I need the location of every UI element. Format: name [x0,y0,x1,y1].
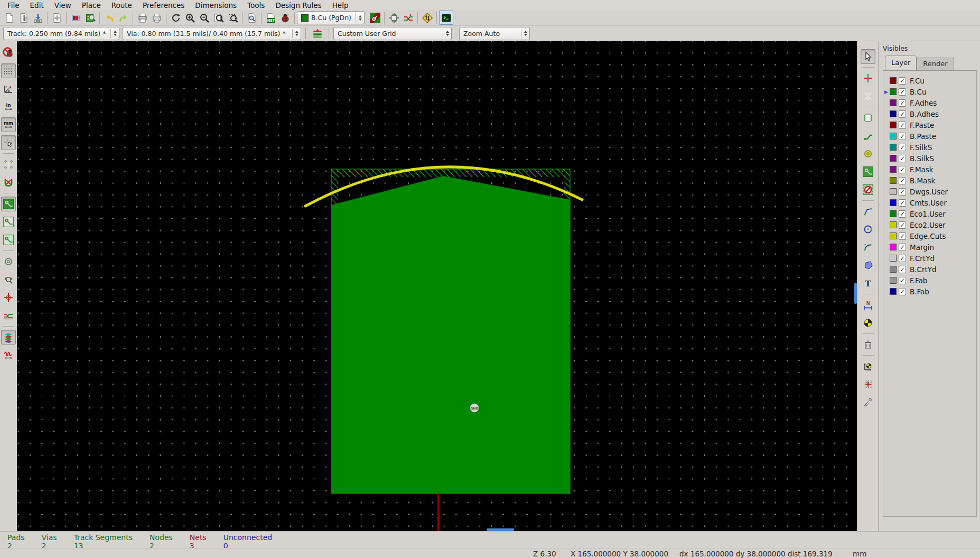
show-vias-sketch-button[interactable] [1,290,16,305]
zone-wireframe-mode-button[interactable] [1,215,16,229]
pcb-canvas[interactable]: GND [17,41,857,531]
layer-row-margin[interactable]: ✓Margin [883,241,976,253]
layer-row-bcu[interactable]: ▶✓B.Cu [883,86,976,97]
layer-visibility-checkbox[interactable]: ✓ [899,77,906,85]
layer-visibility-checkbox[interactable]: ✓ [899,110,906,118]
show-pads-sketch-button[interactable] [1,254,16,269]
layer-row-fcrtyd[interactable]: ✓F.CrtYd [883,253,976,264]
units-inch-button[interactable]: in [1,99,16,114]
layer-visibility-checkbox[interactable]: ✓ [899,199,906,207]
layer-visibility-checkbox[interactable]: ✓ [899,88,906,96]
layer-row-fadhes[interactable]: ✓F.Adhes [883,97,976,108]
layer-row-bpaste[interactable]: ✓B.Paste [883,131,976,142]
layer-row-cmts[interactable]: ✓Cmts.User [883,197,976,208]
add-track-button[interactable] [861,128,875,143]
menu-tools[interactable]: Tools [242,1,270,10]
add-polygon-button[interactable] [861,258,875,273]
layer-row-bsilks[interactable]: ✓B.SilkS [883,153,976,164]
freeroute-button[interactable] [420,11,434,25]
mode-footprint-button[interactable] [387,11,401,25]
auto-delete-track-button[interactable] [1,175,16,190]
polar-coords-button[interactable]: rφ [1,81,16,96]
menu-file[interactable]: File [2,1,25,10]
python-console-button[interactable] [439,11,453,25]
via-size-selector[interactable]: Via: 0.80 mm (31.5 mils)/ 0.40 mm (15.7 … [123,27,301,40]
layer-row-dwgs[interactable]: ✓Dwgs.User [883,186,976,197]
drc-off-button[interactable] [1,45,16,60]
layer-visibility-checkbox[interactable]: ✓ [899,155,906,162]
menu-dimensions[interactable]: Dimensions [190,1,242,10]
delete-items-button[interactable] [861,337,875,352]
save-board-button[interactable] [31,11,45,25]
high-contrast-mode-button[interactable] [1,272,16,287]
drc-button[interactable] [278,11,292,25]
add-via-button[interactable] [861,146,875,161]
layer-visibility-checkbox[interactable]: ✓ [899,232,906,240]
layer-row-badh es[interactable]: ✓B.Adhes [883,108,976,119]
layer-row-bmask[interactable]: ✓B.Mask [883,175,976,186]
auto-track-width-button[interactable] [310,26,324,41]
layers-manager-toggle[interactable] [1,330,16,345]
zoom-selector[interactable]: Zoom Auto [459,27,530,40]
select-tool-button[interactable] [861,49,875,64]
layer-selector[interactable]: B.Cu (PgDn) [297,11,365,24]
place-grid-origin-button[interactable] [861,377,875,392]
layer-pair-indicator[interactable] [368,11,382,25]
layer-row-fsilks[interactable]: ✓F.SilkS [883,142,976,153]
add-zone-button[interactable] [861,164,875,179]
menu-edit[interactable]: Edit [25,1,49,10]
redo-button[interactable] [116,11,130,25]
grid-selector[interactable]: Custom User Grid [333,27,452,40]
menu-preferences[interactable]: Preferences [137,1,190,10]
layer-visibility-checkbox[interactable]: ✓ [899,288,906,295]
grid-visibility-button[interactable] [1,63,16,78]
zoom-out-button[interactable] [197,11,211,25]
add-keepout-button[interactable] [861,182,875,197]
show-ratsnest-button[interactable] [1,157,16,172]
menu-help[interactable]: Help [327,1,354,10]
highlight-net-button[interactable] [861,71,875,86]
undo-button[interactable] [102,11,116,25]
menu-view[interactable]: View [49,1,77,10]
layer-visibility-checkbox[interactable]: ✓ [899,266,906,273]
layer-row-fmask[interactable]: ✓F.Mask [883,164,976,175]
open-board-button[interactable] [16,11,31,25]
place-drill-origin-button[interactable] [861,359,875,374]
layer-row-bfab[interactable]: ✓B.Fab [883,286,976,297]
layer-visibility-checkbox[interactable]: ✓ [899,255,906,262]
menu-design-rules[interactable]: Design Rules [270,1,326,10]
page-settings-button[interactable] [50,11,64,25]
new-board-button[interactable] [2,11,16,25]
zone-fill-mode-button[interactable] [1,197,16,211]
copper-zone-fill[interactable] [331,176,570,494]
units-mm-button[interactable]: mm [1,117,16,132]
mode-track-button[interactable] [401,11,415,25]
track-width-selector[interactable]: Track: 0.250 mm (9.84 mils) * [3,27,119,40]
measure-tool-button[interactable] [861,395,875,410]
layer-row-bcrtyd[interactable]: ✓B.CrtYd [883,264,976,275]
layer-visibility-checkbox[interactable]: ✓ [899,221,906,229]
zone-outline-mode-button[interactable] [1,232,16,247]
layer-row-edgecuts[interactable]: ✓Edge.Cuts [883,230,976,241]
layer-row-fpaste[interactable]: ✓F.Paste [883,119,976,131]
layer-visibility-checkbox[interactable]: ✓ [899,210,906,218]
layer-visibility-checkbox[interactable]: ✓ [899,144,906,151]
layer-visibility-checkbox[interactable]: ✓ [899,122,906,129]
layer-row-eco2[interactable]: ✓Eco2.User [883,219,976,230]
layer-visibility-checkbox[interactable]: ✓ [899,177,906,184]
layer-visibility-checkbox[interactable]: ✓ [899,188,906,196]
zoom-redraw-button[interactable] [169,11,183,25]
microwave-toolbar-toggle[interactable] [1,348,16,362]
zoom-fit-button[interactable] [211,11,226,25]
print-button[interactable] [135,11,150,25]
layer-visibility-checkbox[interactable]: ✓ [899,166,906,173]
cursor-shape-button[interactable] [1,135,16,150]
layer-visibility-checkbox[interactable]: ✓ [899,277,906,284]
add-graphic-arc-button[interactable] [861,240,875,255]
find-button[interactable] [245,11,259,25]
zoom-selection-button[interactable] [226,11,240,25]
add-dimension-button[interactable]: N [861,297,875,312]
layer-visibility-checkbox[interactable]: ✓ [899,99,906,107]
layer-row-ffab[interactable]: ✓F.Fab [883,275,976,286]
add-graphic-line-button[interactable] [861,204,875,219]
